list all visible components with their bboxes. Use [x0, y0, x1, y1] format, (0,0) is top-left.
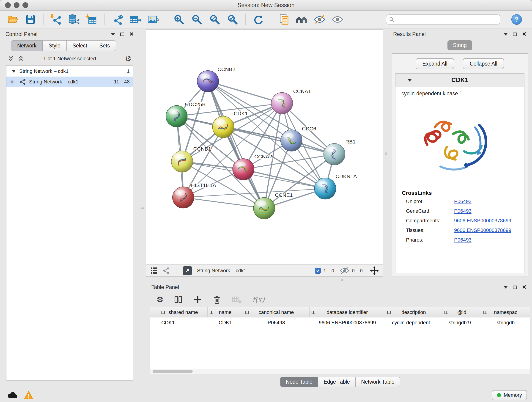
network-row[interactable]: String Network – cdk1 11 48	[6, 77, 133, 87]
splitter-handle[interactable]	[341, 279, 343, 281]
svg-text:CDK1: CDK1	[234, 110, 248, 116]
uniprot-link[interactable]: P06493	[454, 198, 518, 204]
panel-float-icon[interactable]	[120, 32, 124, 36]
cell-canonical-name[interactable]: P06493	[243, 320, 310, 326]
table-settings-gear-icon[interactable]: ⚙	[157, 295, 163, 304]
collapse-section-icon[interactable]	[407, 79, 412, 82]
add-column-button[interactable]	[193, 295, 202, 304]
cloud-status-button[interactable]	[7, 391, 18, 399]
column-header-description[interactable]: description	[385, 307, 443, 317]
collapse-all-button[interactable]: Collapse All	[463, 58, 504, 69]
genecard-link[interactable]: P06493	[454, 208, 518, 214]
pharos-link[interactable]: P06493	[454, 237, 518, 243]
search-input[interactable]	[397, 17, 497, 22]
svg-text:CCNB1: CCNB1	[193, 146, 211, 152]
panel-float-icon[interactable]	[513, 32, 517, 36]
search-icon	[389, 17, 394, 22]
table-row[interactable]: CDK1 CDK1 P06493 9606.ENSP00000378699 cy…	[150, 317, 530, 328]
selected-checkbox-icon[interactable]	[315, 268, 321, 274]
share-icon	[163, 267, 170, 274]
delete-column-button[interactable]	[212, 295, 222, 304]
cell-name[interactable]: CDK1	[208, 320, 243, 326]
warnings-button[interactable]	[24, 391, 33, 400]
network-list-button[interactable]	[163, 267, 170, 274]
cell-description[interactable]: cyclin-dependent ...	[385, 320, 443, 326]
save-session-button[interactable]	[24, 13, 37, 26]
gear-icon[interactable]: ⚙	[125, 55, 132, 62]
panel-close-icon[interactable]: ✕	[522, 284, 526, 290]
help-button[interactable]: ?	[511, 14, 522, 25]
zoom-selected-button[interactable]	[226, 13, 239, 26]
home-networks-button[interactable]	[295, 13, 308, 26]
hide-selected-button[interactable]	[313, 13, 326, 26]
panel-float-icon[interactable]	[513, 286, 517, 289]
pan-mode-button[interactable]	[370, 266, 379, 275]
tab-network[interactable]: Network	[11, 40, 43, 51]
panel-close-icon[interactable]: ✕	[522, 32, 526, 37]
protein-card-header[interactable]: CDK1	[395, 74, 524, 87]
memory-button[interactable]: Memory	[492, 390, 527, 400]
export-table-button[interactable]	[129, 13, 142, 26]
open-session-button[interactable]	[6, 13, 19, 26]
selected-count: 1 – 0	[323, 268, 334, 274]
table-panel-header: Table Panel ✕	[150, 282, 530, 292]
tab-string[interactable]: String	[447, 40, 472, 50]
horizontal-scrollbar[interactable]	[150, 369, 530, 374]
column-header-name[interactable]: name	[208, 307, 243, 317]
open-in-new-button[interactable]	[183, 266, 192, 275]
import-table-icon	[86, 14, 98, 25]
protein-detail-card: CDK1 cyclin-dependent kinase 1	[395, 73, 525, 273]
panel-collapse-icon[interactable]	[503, 286, 508, 288]
tree-disclosure-icon[interactable]	[12, 70, 16, 73]
tab-sets[interactable]: Sets	[93, 40, 116, 51]
cytoscape-window: Session: New Session	[0, 0, 532, 402]
tab-node-table[interactable]: Node Table	[280, 377, 318, 387]
column-header-database-identifier[interactable]: database identifier	[310, 307, 385, 317]
expand-all-icon[interactable]	[18, 56, 24, 62]
cell-shared-name[interactable]: CDK1	[159, 320, 208, 326]
export-network-button[interactable]	[111, 13, 124, 26]
import-network-database-button[interactable]	[67, 13, 81, 26]
compartments-link[interactable]: 9606.ENSP00000378699	[454, 218, 518, 224]
cell-database-identifier[interactable]: 9606.ENSP00000378699	[310, 320, 385, 326]
zoom-out-button[interactable]	[190, 13, 203, 26]
tab-style[interactable]: Style	[43, 40, 66, 51]
column-header-canonical-name[interactable]: canonical name	[243, 307, 310, 317]
zoom-fit-button[interactable]	[208, 13, 221, 26]
panel-close-icon[interactable]: ✕	[129, 32, 134, 37]
duplicate-network-button[interactable]	[277, 13, 291, 26]
network-title: String Network – cdk1	[197, 268, 246, 274]
show-columns-button[interactable]	[173, 295, 183, 304]
cell-id[interactable]: stringdb:9...	[443, 320, 481, 326]
tab-edge-table[interactable]: Edge Table	[318, 377, 355, 387]
refresh-icon	[253, 14, 264, 25]
network-canvas[interactable]: CCNB2CCNA1CDC25BCDK1CDC6RB1CCNB1CCNA2CDK…	[146, 29, 383, 265]
splitter-handle[interactable]	[385, 153, 387, 155]
cell-namespace[interactable]: stringdb	[481, 320, 530, 326]
tissues-link[interactable]: 9606.ENSP00000378699	[454, 227, 518, 233]
grid-view-button[interactable]	[150, 267, 158, 274]
tab-select[interactable]: Select	[67, 40, 94, 51]
help-icon: ?	[515, 16, 519, 23]
tab-network-table[interactable]: Network Table	[355, 377, 400, 387]
panel-collapse-icon[interactable]	[111, 33, 115, 36]
show-hidden-button[interactable]	[331, 13, 344, 26]
expand-all-button[interactable]: Expand All	[416, 58, 454, 69]
column-header-shared-name[interactable]: shared name	[159, 307, 208, 317]
crosslink-label: Pharos:	[406, 237, 454, 243]
function-builder-button[interactable]: f(x)	[252, 295, 264, 304]
column-header-id[interactable]: @id	[443, 307, 481, 317]
panel-collapse-icon[interactable]	[503, 33, 508, 36]
import-table-button[interactable]	[85, 13, 99, 26]
refresh-network-button[interactable]	[252, 13, 265, 26]
network-collection-row[interactable]: String Network – cdk1 1	[6, 66, 133, 77]
splitter-handle[interactable]	[141, 207, 144, 209]
crosslink-label: Compartments:	[406, 218, 454, 224]
network-graph[interactable]: CCNB2CCNA1CDC25BCDK1CDC6RB1CCNB1CCNA2CDK…	[146, 30, 383, 264]
import-network-file-button[interactable]	[50, 13, 63, 26]
collapse-all-icon[interactable]	[8, 56, 14, 62]
column-header-namespace[interactable]: namespac	[481, 307, 530, 317]
zoom-in-button[interactable]	[172, 13, 186, 26]
export-image-button[interactable]	[147, 13, 160, 26]
scrollbar-thumb[interactable]	[152, 370, 193, 373]
